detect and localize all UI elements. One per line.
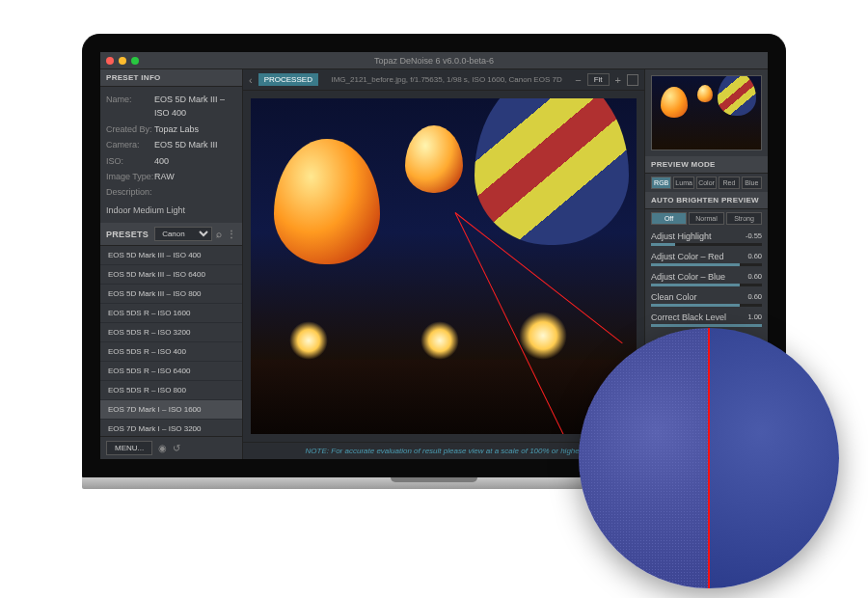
- menu-button[interactable]: MENU...: [106, 441, 152, 455]
- search-icon[interactable]: ⌕: [216, 229, 222, 239]
- segment-option[interactable]: Luma: [673, 177, 693, 189]
- preset-item[interactable]: EOS 5DS R – ISO 6400: [100, 362, 242, 381]
- slider-label: Adjust Color – Blue: [651, 272, 725, 282]
- info-value: 400: [154, 154, 236, 168]
- info-row: Name:EOS 5D Mark III – ISO 400: [106, 93, 236, 121]
- preset-list[interactable]: EOS 5D Mark III – ISO 400EOS 5D Mark III…: [100, 246, 242, 436]
- balloon-graphic: [475, 98, 629, 245]
- segment-option[interactable]: Red: [719, 177, 739, 189]
- info-label: Description:: [106, 185, 154, 199]
- info-label: Created By:: [106, 122, 154, 136]
- info-row: Created By:Topaz Labs: [106, 122, 236, 136]
- info-value: EOS 5D Mark III: [154, 138, 236, 151]
- preset-item[interactable]: EOS 5DS R – ISO 400: [100, 342, 242, 362]
- window-title: Topaz DeNoise 6 v6.0.0-beta-6: [374, 56, 494, 66]
- slider-label: Clean Color: [651, 292, 697, 302]
- file-info-label: IMG_2121_before.jpg, f/1.75635, 1/98 s, …: [324, 75, 569, 84]
- preset-item[interactable]: EOS 5DS R – ISO 3200: [100, 323, 242, 342]
- reset-icon[interactable]: ↺: [173, 443, 180, 453]
- processed-tab[interactable]: PROCESSED: [258, 73, 318, 86]
- slider-control: Clean Color0.60: [651, 292, 762, 307]
- segment-option[interactable]: Blue: [742, 177, 762, 189]
- main-toolbar: ‹ PROCESSED IMG_2121_before.jpg, f/1.756…: [243, 69, 644, 91]
- segment-option[interactable]: Normal: [689, 212, 724, 225]
- balloon-graphic: [405, 125, 463, 193]
- nav-back-icon[interactable]: ‹: [249, 74, 253, 86]
- preset-item[interactable]: EOS 7D Mark I – ISO 1600: [100, 400, 242, 420]
- preset-item[interactable]: EOS 5DS R – ISO 1600: [100, 304, 242, 323]
- info-value: Topaz Labs: [154, 122, 236, 136]
- presets-filter-select[interactable]: Canon: [154, 227, 212, 241]
- zoom-out-icon[interactable]: −: [575, 74, 581, 86]
- balloon-graphic: [274, 139, 380, 264]
- info-row: Description:: [106, 185, 236, 199]
- slider-control: Correct Black Level1.00: [651, 313, 762, 327]
- slider-track[interactable]: [651, 263, 762, 266]
- center-panel: ‹ PROCESSED IMG_2121_before.jpg, f/1.756…: [243, 69, 644, 459]
- info-value: [154, 185, 236, 199]
- image-canvas[interactable]: [243, 91, 644, 442]
- slider-label: Correct Black Level: [651, 313, 726, 322]
- slider-track[interactable]: [651, 243, 762, 246]
- preset-description: Indoor Medium Light: [106, 204, 236, 217]
- auto-brighten-segment: OffNormalStrong: [645, 209, 768, 228]
- info-value: RAW: [154, 170, 236, 183]
- left-footer: MENU... ◉ ↺: [100, 436, 242, 459]
- slider-track[interactable]: [651, 324, 762, 327]
- navigator-thumbnail: [651, 75, 762, 150]
- left-sidebar: PRESET INFO Name:EOS 5D Mark III – ISO 4…: [100, 69, 243, 459]
- preview-mode-segment: RGBLumaColorRedBlue: [645, 174, 768, 192]
- magnifier-overlay: [579, 328, 839, 588]
- traffic-lights: [106, 57, 139, 65]
- slider-value: -0.55: [737, 231, 762, 241]
- view-mode-icon[interactable]: [627, 74, 638, 86]
- preset-item[interactable]: EOS 5D Mark III – ISO 400: [100, 246, 242, 265]
- slider-value: 1.00: [737, 313, 762, 322]
- preset-info-panel: Name:EOS 5D Mark III – ISO 400Created By…: [100, 87, 242, 223]
- navigator-panel[interactable]: [645, 69, 768, 156]
- info-label: Image Type:: [106, 170, 154, 183]
- preset-item[interactable]: EOS 7D Mark I – ISO 3200: [100, 420, 242, 436]
- info-label: Name:: [106, 93, 154, 121]
- segment-option[interactable]: Off: [651, 212, 687, 225]
- slider-value: 0.60: [737, 252, 762, 261]
- info-value: EOS 5D Mark III – ISO 400: [154, 93, 236, 121]
- magnifier-after: [709, 328, 839, 588]
- slider-track[interactable]: [651, 304, 762, 307]
- presets-header: PRESETS Canon ⌕ ⋮: [100, 223, 242, 246]
- window-titlebar: Topaz DeNoise 6 v6.0.0-beta-6: [100, 52, 768, 69]
- preset-info-header: PRESET INFO: [100, 69, 242, 87]
- slider-control: Adjust Color – Blue0.60: [651, 272, 762, 286]
- info-label: ISO:: [106, 154, 154, 168]
- zoom-in-icon[interactable]: +: [615, 74, 621, 86]
- more-icon[interactable]: ⋮: [227, 229, 236, 239]
- info-row: Camera:EOS 5D Mark III: [106, 138, 236, 151]
- minimize-icon[interactable]: [119, 57, 126, 65]
- slider-track[interactable]: [651, 284, 762, 286]
- slider-label: Adjust Color – Red: [651, 252, 724, 261]
- maximize-icon[interactable]: [131, 57, 139, 65]
- preset-item[interactable]: EOS 5D Mark III – ISO 800: [100, 285, 242, 304]
- slider-control: Adjust Color – Red0.60: [651, 252, 762, 266]
- segment-option[interactable]: Color: [696, 177, 717, 189]
- preset-item[interactable]: EOS 5D Mark III – ISO 6400: [100, 265, 242, 285]
- fit-button[interactable]: Fit: [587, 73, 610, 86]
- preview-mode-header: PREVIEW MODE: [645, 156, 768, 174]
- preset-item[interactable]: EOS 5DS R – ISO 800: [100, 381, 242, 400]
- slider-label: Adjust Highlight: [651, 231, 712, 241]
- segment-option[interactable]: RGB: [651, 177, 671, 189]
- slider-value: 0.60: [737, 272, 762, 282]
- slider-control: Adjust Highlight-0.55: [651, 231, 762, 246]
- info-row: Image Type:RAW: [106, 170, 236, 183]
- snapshot-icon[interactable]: ◉: [158, 443, 167, 453]
- info-row: ISO:400: [106, 154, 236, 168]
- segment-option[interactable]: Strong: [726, 212, 762, 225]
- info-label: Camera:: [106, 138, 154, 151]
- auto-brighten-header: AUTO BRIGHTEN PREVIEW: [645, 192, 768, 209]
- close-icon[interactable]: [106, 57, 114, 65]
- slider-value: 0.60: [737, 292, 762, 302]
- magnifier-divider: [708, 328, 710, 588]
- preview-image: [251, 98, 637, 434]
